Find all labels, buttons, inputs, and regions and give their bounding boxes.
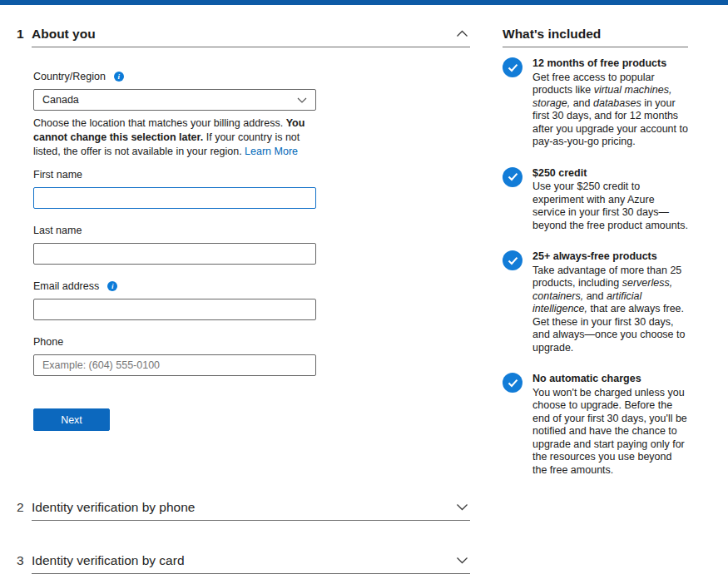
email-field-group: Email address i — [33, 280, 470, 320]
section-number: 2 — [17, 499, 32, 515]
benefit-body: You won't be charged unless you choose t… — [532, 387, 688, 478]
check-circle-icon — [503, 57, 522, 77]
section-about-you: 1 About you Country/Region i Canada — [17, 26, 470, 468]
benefit-item-no-charges: No automatic charges You won't be charge… — [503, 373, 688, 477]
last-name-label: Last name — [33, 225, 82, 236]
benefit-title: No automatic charges — [532, 373, 688, 386]
check-circle-icon — [503, 250, 522, 270]
benefit-item-free-products: 12 months of free products Get free acce… — [503, 57, 688, 149]
chevron-up-icon[interactable] — [456, 30, 470, 37]
phone-input[interactable] — [33, 354, 316, 376]
benefit-item-always-free: 25+ always-free products Take advantage … — [503, 250, 688, 354]
benefit-item-credit: $250 credit Use your $250 credit to expe… — [503, 167, 688, 233]
email-input[interactable] — [33, 299, 316, 320]
section-identity-card: 3 Identity verification by card — [17, 552, 470, 574]
section-header-about-you[interactable]: 1 About you — [17, 26, 470, 42]
benefit-text: 12 months of free products Get free acce… — [532, 57, 688, 149]
section-header-identity-phone[interactable]: 2 Identity verification by phone — [17, 499, 470, 515]
phone-field-group: Phone — [33, 336, 470, 376]
country-selected-value: Canada — [42, 94, 79, 106]
last-name-input[interactable] — [33, 243, 316, 265]
section-divider — [32, 573, 470, 574]
benefit-title: 25+ always-free products — [532, 250, 688, 264]
chevron-down-icon[interactable] — [456, 557, 470, 564]
info-icon[interactable]: i — [107, 281, 117, 291]
section-title: About you — [32, 26, 456, 42]
benefit-title: $250 credit — [532, 167, 688, 181]
country-helper-text: Choose the location that matches your bi… — [33, 116, 320, 159]
check-circle-icon — [503, 167, 522, 187]
benefit-body: Get free access to popular products like… — [532, 72, 688, 149]
next-button[interactable]: Next — [33, 408, 110, 431]
learn-more-link[interactable]: Learn More — [245, 146, 298, 157]
about-you-form: Country/Region i Canada Choose the locat… — [32, 47, 470, 468]
chevron-down-icon[interactable] — [456, 503, 470, 511]
benefit-text: $250 credit Use your $250 credit to expe… — [532, 167, 688, 233]
benefit-text: No automatic charges You won't be charge… — [532, 373, 688, 477]
section-title: Identity verification by card — [32, 552, 456, 568]
section-identity-phone: 2 Identity verification by phone — [17, 499, 470, 521]
chevron-down-icon — [297, 94, 307, 106]
first-name-field-group: First name — [33, 169, 470, 209]
email-label: Email address — [33, 280, 99, 292]
section-divider — [32, 520, 470, 521]
benefit-body: Use your $250 credit to experiment with … — [532, 181, 688, 232]
benefit-title: 12 months of free products — [532, 57, 688, 71]
check-circle-icon — [503, 373, 522, 393]
signup-page: 1 About you Country/Region i Canada — [0, 5, 728, 584]
panel-divider — [503, 47, 688, 47]
whats-included-panel: What's included 12 months of free produc… — [503, 26, 688, 584]
section-header-identity-card[interactable]: 3 Identity verification by card — [17, 552, 470, 568]
benefit-body: Take advantage of more than 25 products,… — [532, 265, 688, 355]
section-number: 3 — [17, 552, 32, 568]
first-name-input[interactable] — [33, 187, 316, 209]
first-name-label: First name — [33, 169, 82, 181]
section-title: Identity verification by phone — [32, 499, 456, 515]
country-label-row: Country/Region i — [33, 71, 470, 82]
country-select[interactable]: Canada — [33, 89, 316, 111]
signup-steps: 1 About you Country/Region i Canada — [17, 26, 470, 584]
last-name-field-group: Last name — [33, 225, 470, 265]
phone-label: Phone — [33, 336, 63, 348]
info-icon[interactable]: i — [114, 72, 124, 82]
section-number: 1 — [17, 26, 32, 42]
benefit-text: 25+ always-free products Take advantage … — [532, 250, 688, 354]
country-label: Country/Region — [33, 71, 106, 82]
whats-included-title: What's included — [503, 26, 688, 42]
helper-text-normal: Choose the location that matches your bi… — [33, 117, 286, 129]
